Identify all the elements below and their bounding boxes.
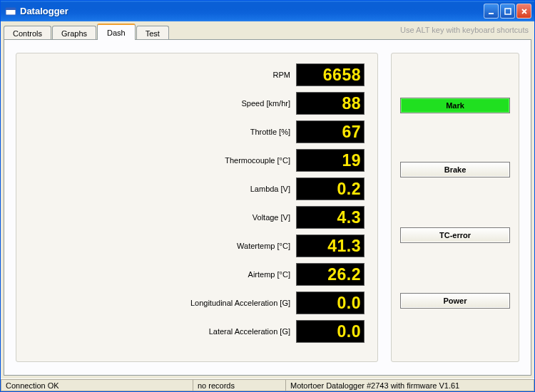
tabstrip: Controls Graphs Dash Test Use ALT key wi… (1, 21, 534, 40)
tab-controls[interactable]: Controls (4, 26, 51, 40)
label-speed: Speed [km/hr] (22, 99, 296, 108)
label-airtemp: Airtemp [°C] (22, 270, 296, 279)
titlebar: Datalogger (1, 1, 534, 21)
brake-button[interactable]: Brake (400, 162, 510, 177)
readout-lat-accel: Lateral Acceleration [G] 0.0 (22, 320, 365, 343)
mark-button[interactable]: Mark (400, 98, 510, 113)
power-button[interactable]: Power (400, 293, 510, 309)
minimize-button[interactable] (484, 4, 499, 19)
value-lat-accel: 0.0 (296, 320, 365, 343)
svg-rect-2 (489, 13, 494, 14)
tab-dash[interactable]: Dash (97, 24, 136, 40)
label-voltage: Voltage [V] (22, 213, 296, 222)
readout-thermocouple: Thermocouple [°C] 19 (22, 149, 365, 172)
value-watertemp: 41.3 (296, 234, 365, 257)
label-watertemp: Watertemp [°C] (22, 242, 296, 250)
status-connection: Connection OK (1, 379, 193, 391)
value-voltage: 4.3 (296, 206, 365, 229)
value-rpm: 6658 (296, 63, 365, 86)
tab-graphs[interactable]: Graphs (52, 26, 96, 40)
readout-airtemp: Airtemp [°C] 26.2 (22, 263, 365, 286)
readout-throttle: Throttle [%] 67 (22, 120, 365, 143)
label-lon-accel: Longitudinal Acceleration [G] (22, 299, 296, 307)
tc-error-button[interactable]: TC-error (400, 227, 510, 243)
status-device: Motortoer Datalogger #2743 with firmware… (286, 379, 534, 391)
label-throttle: Throttle [%] (22, 128, 296, 136)
readout-voltage: Voltage [V] 4.3 (22, 206, 365, 229)
shortcut-hint: Use ALT key with keyboard shortcuts (400, 26, 529, 34)
readout-watertemp: Watertemp [°C] 41.3 (22, 234, 365, 257)
actions-panel: Mark Brake TC-error Power (391, 53, 519, 362)
label-thermocouple: Thermocouple [°C] (22, 156, 296, 165)
window-controls (484, 4, 531, 19)
svg-rect-1 (6, 8, 16, 10)
app-icon (5, 6, 16, 17)
readout-lon-accel: Longitudinal Acceleration [G] 0.0 (22, 292, 365, 314)
label-lambda: Lambda [V] (22, 185, 296, 193)
value-thermocouple: 19 (296, 149, 365, 172)
dash-panel: RPM 6658 Speed [km/hr] 88 Throttle [%] 6… (4, 40, 531, 376)
tab-test[interactable]: Test (136, 26, 169, 40)
value-airtemp: 26.2 (296, 263, 365, 286)
maximize-button[interactable] (500, 4, 515, 19)
readout-speed: Speed [km/hr] 88 (22, 92, 365, 115)
readout-lambda: Lambda [V] 0.2 (22, 177, 365, 200)
app-window: Datalogger Controls Graphs Dash Test Use… (0, 0, 535, 392)
label-rpm: RPM (22, 71, 296, 79)
svg-rect-3 (505, 9, 511, 14)
status-records: no records (193, 379, 286, 391)
value-throttle: 67 (296, 120, 365, 143)
value-speed: 88 (296, 92, 365, 115)
window-title: Datalogger (20, 6, 484, 16)
statusbar: Connection OK no records Motortoer Datal… (1, 378, 534, 391)
readouts-panel: RPM 6658 Speed [km/hr] 88 Throttle [%] 6… (16, 53, 378, 362)
close-button[interactable] (516, 4, 531, 19)
value-lon-accel: 0.0 (296, 292, 365, 314)
value-lambda: 0.2 (296, 177, 365, 200)
readout-rpm: RPM 6658 (22, 63, 365, 86)
client-area: Controls Graphs Dash Test Use ALT key wi… (1, 21, 534, 391)
label-lat-accel: Lateral Acceleration [G] (22, 327, 296, 336)
